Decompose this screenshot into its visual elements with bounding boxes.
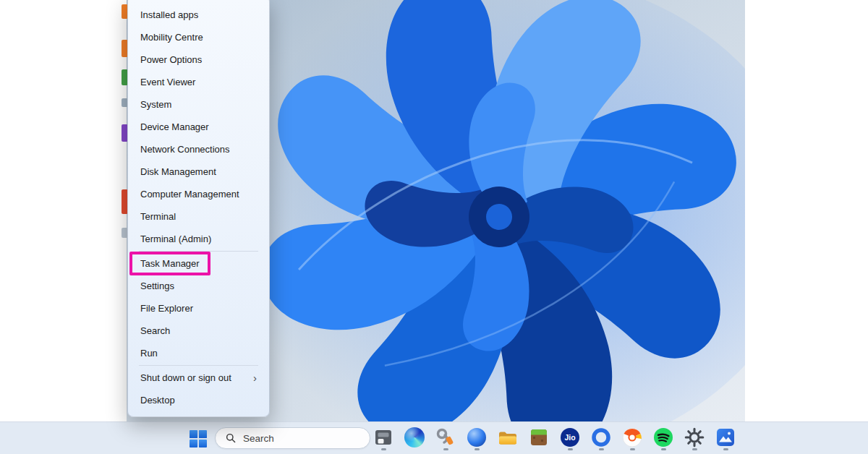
search-icon [225,432,237,444]
menu-item-disk-management[interactable]: Disk Management [132,160,265,183]
settings-gear-icon [684,427,705,447]
taskbar-icon-browser-app[interactable] [621,424,644,453]
taskbar-icon-row: Jio [372,422,737,454]
menu-item-settings[interactable]: Settings [132,275,265,297]
taskbar-icon-file-explorer[interactable] [496,424,519,453]
menu-item-terminal-admin[interactable]: Terminal (Admin) [132,228,265,250]
menu-item-label: System [140,99,171,110]
photos-icon [715,427,736,447]
menu-item-system[interactable]: System [132,93,265,116]
edge-icon [404,427,425,447]
menu-item-mobility-centre[interactable]: Mobility Centre [132,26,265,48]
submenu-chevron-icon: › [253,372,257,383]
context-menu-list: Installed appsMobility CentrePower Optio… [132,4,265,411]
menu-item-terminal[interactable]: Terminal [132,205,265,228]
running-indicator [568,448,573,450]
taskbar: Search Jio [0,421,868,454]
menu-item-label: Network Connections [140,144,230,155]
menu-item-label: Disk Management [140,166,216,177]
grass-block-app-icon [529,427,549,447]
file-explorer-icon [498,427,518,447]
taskbar-icon-settings-gear[interactable] [683,424,706,453]
context-menu: Installed appsMobility CentrePower Optio… [127,0,270,417]
taskbar-icon-grass-block-app[interactable] [527,424,550,453]
running-indicator [692,448,697,450]
menu-item-label: Desktop [140,395,175,406]
running-indicator [599,448,604,450]
menu-item-label: Terminal [140,211,176,222]
menu-item-desktop[interactable]: Desktop [132,389,265,411]
taskbar-icon-blue-sphere-app[interactable] [465,424,488,453]
blue-sphere-app-icon [467,427,487,447]
menu-item-label: Mobility Centre [140,32,203,43]
menu-item-label: Settings [140,280,174,291]
menu-item-device-manager[interactable]: Device Manager [132,116,265,138]
start-button[interactable] [188,429,208,448]
running-indicator [475,448,480,450]
menu-item-task-manager[interactable]: Task Manager [132,252,265,275]
annotated-menu-item-label: Task Manager [129,252,210,275]
menu-item-label: Run [140,348,158,359]
running-indicator [723,448,728,450]
menu-item-label: Event Viewer [140,77,195,87]
menu-item-label: Device Manager [140,121,209,132]
menu-item-label: Computer Management [140,189,239,200]
browser-app-icon [622,427,642,447]
menu-item-run[interactable]: Run [132,342,265,364]
menu-separator [139,365,258,366]
menu-item-label: Installed apps [140,9,198,20]
running-indicator [443,448,448,450]
running-indicator [381,448,386,450]
ring-app-icon [591,427,611,447]
menu-item-installed-apps[interactable]: Installed apps [132,4,265,26]
app-window-icon [373,427,393,447]
svg-text:Jio: Jio [564,433,575,442]
menu-item-power-options[interactable]: Power Options [132,48,265,71]
taskbar-icon-app-window[interactable] [372,424,395,453]
menu-item-label: Shut down or sign out [140,372,231,383]
menu-item-label: Power Options [140,54,202,65]
taskbar-search[interactable]: Search [215,427,370,449]
menu-item-network-connections[interactable]: Network Connections [132,138,265,160]
taskbar-icon-edge[interactable] [403,424,426,453]
menu-item-shut-down-or-sign-out[interactable]: Shut down or sign out› [132,367,265,389]
search-placeholder: Search [243,433,274,444]
running-indicator [661,448,666,450]
utility-app-icon [435,427,456,447]
spotify-icon [653,427,673,447]
taskbar-icon-spotify[interactable] [652,424,675,453]
menu-item-label: Search [140,325,170,336]
menu-item-label: File Explorer [140,303,193,314]
jio-icon: Jio [560,427,580,447]
menu-item-search[interactable]: Search [132,320,265,342]
menu-item-label: Terminal (Admin) [140,234,211,244]
taskbar-icon-jio[interactable]: Jio [558,424,582,453]
menu-item-event-viewer[interactable]: Event Viewer [132,71,265,93]
windows-logo-icon [190,430,207,447]
menu-item-file-explorer[interactable]: File Explorer [132,297,265,320]
menu-item-computer-management[interactable]: Computer Management [132,183,265,205]
running-indicator [630,448,635,450]
taskbar-icon-photos[interactable] [714,424,737,453]
taskbar-icon-utility-app[interactable] [434,424,457,453]
taskbar-icon-ring-app[interactable] [590,424,613,453]
